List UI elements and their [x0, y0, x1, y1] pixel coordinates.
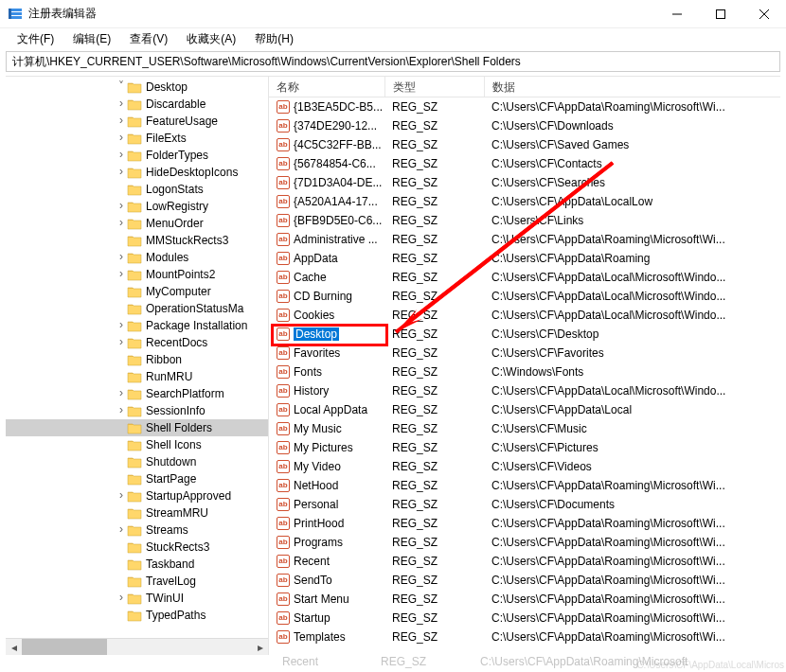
chevron-right-icon[interactable]: › [116, 148, 127, 161]
menu-view[interactable]: 查看(V) [122, 29, 175, 49]
tree-item[interactable]: MyComputer [6, 283, 268, 300]
chevron-right-icon[interactable]: › [116, 386, 127, 399]
tree-item[interactable]: MMStuckRects3 [6, 232, 268, 249]
tree-item[interactable]: LogonStats [6, 181, 268, 198]
tree-item[interactable]: Ribbon [6, 351, 268, 368]
value-row[interactable]: ab{1B3EA5DC-B5...REG_SZC:\Users\CF\AppDa… [269, 97, 780, 116]
chevron-right-icon[interactable]: › [116, 522, 127, 536]
value-row[interactable]: abProgramsREG_SZC:\Users\CF\AppData\Roam… [269, 533, 780, 552]
scroll-thumb[interactable] [22, 639, 107, 655]
value-row[interactable]: ab{A520A1A4-17...REG_SZC:\Users\CF\AppDa… [269, 192, 780, 211]
menu-favorites[interactable]: 收藏夹(A) [179, 29, 243, 49]
values-pane[interactable]: 名称 类型 数据 ab{1B3EA5DC-B5...REG_SZC:\Users… [269, 77, 780, 655]
tree-item[interactable]: TypedPaths [6, 607, 268, 624]
maximize-button[interactable] [699, 0, 742, 28]
tree-item[interactable]: ›MenuOrder [6, 215, 268, 232]
tree-item[interactable]: ›RecentDocs [6, 334, 268, 351]
tree-item[interactable]: Taskband [6, 556, 268, 573]
value-row[interactable]: ab{56784854-C6...REG_SZC:\Users\CF\Conta… [269, 154, 780, 173]
scroll-left-button[interactable]: ◂ [6, 639, 22, 655]
chevron-right-icon[interactable]: › [116, 318, 127, 331]
tree-item[interactable]: StreamMRU [6, 504, 268, 522]
value-row[interactable]: abPrintHoodREG_SZC:\Users\CF\AppData\Roa… [269, 514, 780, 533]
tree-item[interactable]: ›FolderTypes [6, 147, 268, 164]
tree-item[interactable]: ›Package Installation [6, 317, 268, 334]
chevron-right-icon[interactable]: › [116, 403, 127, 416]
value-row[interactable]: abDesktopREG_SZC:\Users\CF\Desktop [269, 325, 780, 344]
value-row[interactable]: abNetHoodREG_SZC:\Users\CF\AppData\Roami… [269, 476, 780, 495]
tree-item[interactable]: ›Discardable [6, 96, 268, 113]
chevron-right-icon[interactable]: › [116, 267, 127, 280]
chevron-right-icon[interactable]: › [116, 591, 127, 604]
value-type: REG_SZ [384, 611, 484, 625]
tree-item[interactable]: RunMRU [6, 368, 268, 385]
value-row[interactable]: abPersonalREG_SZC:\Users\CF\Documents [269, 495, 780, 514]
value-row[interactable]: ab{7D1D3A04-DE...REG_SZC:\Users\CF\Searc… [269, 173, 780, 192]
value-row[interactable]: abCookiesREG_SZC:\Users\CF\AppData\Local… [269, 306, 780, 325]
menu-file[interactable]: 文件(F) [9, 29, 62, 49]
column-name-header[interactable]: 名称 [269, 77, 384, 97]
tree-item[interactable]: ›StartupApproved [6, 487, 268, 504]
value-row[interactable]: abTemplatesREG_SZC:\Users\CF\AppData\Roa… [269, 628, 780, 646]
value-row[interactable]: abCD BurningREG_SZC:\Users\CF\AppData\Lo… [269, 287, 780, 306]
value-row[interactable]: abMy PicturesREG_SZC:\Users\CF\Pictures [269, 438, 780, 457]
chevron-right-icon[interactable]: › [116, 131, 127, 144]
column-type-header[interactable]: 类型 [384, 77, 484, 97]
tree-item[interactable]: ›LowRegistry [6, 198, 268, 215]
tree-item[interactable]: StartPage [6, 470, 268, 487]
column-data-header[interactable]: 数据 [484, 77, 780, 97]
value-row[interactable]: abStartupREG_SZC:\Users\CF\AppData\Roami… [269, 609, 780, 628]
chevron-right-icon[interactable]: › [116, 335, 127, 348]
tree-item[interactable]: Shell Folders [6, 419, 268, 436]
tree-item[interactable]: ›FeatureUsage [6, 113, 268, 130]
chevron-right-icon[interactable]: › [116, 199, 127, 212]
tree-item[interactable]: ›SessionInfo [6, 402, 268, 419]
chevron-right-icon[interactable]: › [116, 216, 127, 229]
value-row[interactable]: abHistoryREG_SZC:\Users\CF\AppData\Local… [269, 381, 780, 400]
tree-item[interactable]: StuckRects3 [6, 539, 268, 556]
value-row[interactable]: abCacheREG_SZC:\Users\CF\AppData\Local\M… [269, 268, 780, 287]
tree-item[interactable]: OperationStatusMa [6, 300, 268, 317]
scroll-track[interactable] [22, 639, 252, 655]
close-button[interactable] [742, 0, 786, 28]
tree-item[interactable]: ›Streams [6, 522, 268, 539]
value-row[interactable]: abLocal AppDataREG_SZC:\Users\CF\AppData… [269, 400, 780, 419]
value-row[interactable]: abFontsREG_SZC:\Windows\Fonts [269, 363, 780, 381]
chevron-right-icon[interactable]: › [116, 250, 127, 263]
tree-item[interactable]: ›FileExts [6, 130, 268, 147]
tree-item[interactable]: ›Modules [6, 249, 268, 266]
value-row[interactable]: ab{4C5C32FF-BB...REG_SZC:\Users\CF\Saved… [269, 135, 780, 154]
value-row[interactable]: abAppDataREG_SZC:\Users\CF\AppData\Roami… [269, 249, 780, 268]
tree-item[interactable]: Shell Icons [6, 436, 268, 453]
chevron-right-icon[interactable]: › [116, 488, 127, 502]
value-row[interactable]: abFavoritesREG_SZC:\Users\CF\Favorites [269, 344, 780, 363]
value-row[interactable]: ab{BFB9D5E0-C6...REG_SZC:\Users\CF\Links [269, 211, 780, 230]
menu-edit[interactable]: 编辑(E) [65, 29, 118, 49]
chevron-down-icon[interactable]: ˅ [116, 80, 127, 93]
tree-item[interactable]: ˅Desktop [6, 79, 268, 96]
tree-pane[interactable]: ˅Desktop›Discardable›FeatureUsage›FileEx… [6, 77, 269, 655]
chevron-right-icon[interactable]: › [116, 165, 127, 178]
tree-item[interactable]: ›MountPoints2 [6, 266, 268, 283]
tree-item[interactable]: ›HideDesktopIcons [6, 164, 268, 181]
tree-item[interactable]: Shutdown [6, 453, 268, 470]
tree-horizontal-scrollbar[interactable]: ◂ ▸ [6, 638, 268, 655]
tree-item-label: StartupApproved [146, 489, 231, 503]
value-row[interactable]: ab{374DE290-12...REG_SZC:\Users\CF\Downl… [269, 116, 780, 135]
value-row[interactable]: abSendToREG_SZC:\Users\CF\AppData\Roamin… [269, 571, 780, 590]
chevron-right-icon[interactable]: › [116, 114, 127, 127]
menu-help[interactable]: 帮助(H) [247, 29, 301, 49]
address-bar[interactable]: 计算机\HKEY_CURRENT_USER\Software\Microsoft… [6, 51, 780, 72]
chevron-right-icon[interactable]: › [116, 97, 127, 110]
tree-item-label: StartPage [146, 472, 196, 486]
value-row[interactable]: abAdministrative ...REG_SZC:\Users\CF\Ap… [269, 230, 780, 249]
value-row[interactable]: abMy MusicREG_SZC:\Users\CF\Music [269, 419, 780, 438]
tree-item[interactable]: TravelLog [6, 573, 268, 590]
tree-item[interactable]: ›TWinUI [6, 590, 268, 607]
value-row[interactable]: abMy VideoREG_SZC:\Users\CF\Videos [269, 457, 780, 476]
value-row[interactable]: abRecentREG_SZC:\Users\CF\AppData\Roamin… [269, 552, 780, 571]
folder-icon [127, 370, 142, 383]
value-row[interactable]: abStart MenuREG_SZC:\Users\CF\AppData\Ro… [269, 590, 780, 609]
minimize-button[interactable] [655, 0, 699, 28]
tree-item[interactable]: ›SearchPlatform [6, 385, 268, 402]
